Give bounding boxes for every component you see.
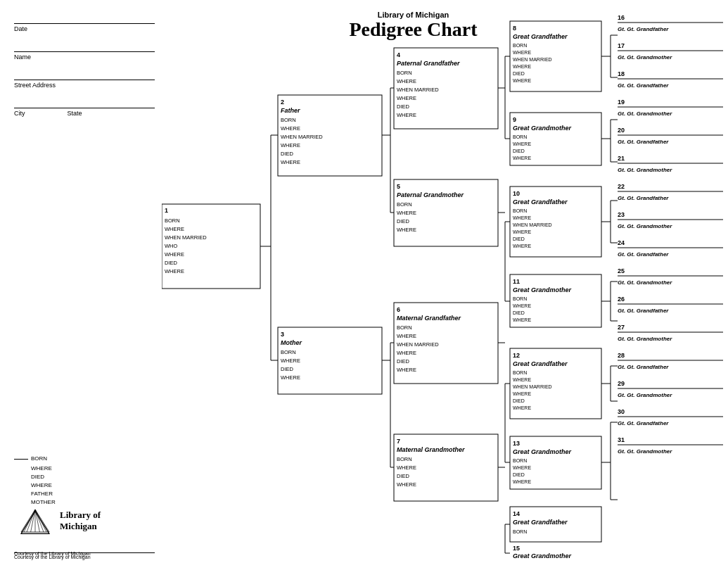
g5-26-num: 26 bbox=[618, 296, 625, 303]
p9-born: BORN bbox=[513, 134, 527, 139]
p13-born: BORN bbox=[513, 458, 527, 463]
g5-21-label: Gt. Gt. Grandmother bbox=[618, 167, 672, 173]
p1-who: WHO bbox=[165, 243, 177, 249]
address-field: Street Address bbox=[14, 70, 169, 89]
p9-where2: WHERE bbox=[513, 156, 531, 160]
g5-27-num: 27 bbox=[618, 324, 625, 331]
g5-23-label: Gt. Gt. Grandmother bbox=[618, 223, 672, 229]
person1-number: 1 bbox=[165, 207, 168, 214]
person6-number: 6 bbox=[397, 306, 400, 313]
p12-name: Great Grandfather bbox=[513, 360, 568, 367]
person6-name: Maternal Grandfather bbox=[397, 315, 461, 322]
p2-married: WHEN MARRIED bbox=[281, 134, 323, 140]
p6-died: DIED bbox=[397, 358, 410, 365]
p14-num: 14 bbox=[513, 510, 520, 517]
p4-born: BORN bbox=[397, 70, 412, 76]
p8-married: WHEN MARRIED bbox=[513, 57, 552, 62]
p4-married: WHEN MARRIED bbox=[397, 87, 439, 93]
person4-number: 4 bbox=[397, 51, 400, 58]
date-label: Date bbox=[14, 25, 169, 32]
person3-number: 3 bbox=[281, 331, 284, 338]
legend: BORN WHERE DIED WHERE FATHER MOTHER bbox=[14, 455, 155, 507]
p3-where2: WHERE bbox=[281, 374, 300, 381]
legend-born: BORN bbox=[31, 455, 47, 463]
p1-died: DIED bbox=[165, 260, 178, 266]
p6-where3: WHERE bbox=[397, 367, 416, 373]
address-line bbox=[14, 70, 155, 80]
p9-where: WHERE bbox=[513, 141, 531, 146]
logo-icon bbox=[14, 507, 56, 535]
person5-name: Paternal Grandmother bbox=[397, 191, 464, 198]
g5-19-label: Gt. Gt. Grandmother bbox=[618, 110, 672, 117]
p9-died: DIED bbox=[513, 148, 525, 153]
p5-where: WHERE bbox=[397, 210, 416, 216]
p6-born: BORN bbox=[397, 324, 412, 331]
p1-born: BORN bbox=[165, 217, 180, 224]
left-form: Date Name Street Address City State bbox=[14, 14, 169, 127]
logo: Library of Michigan bbox=[14, 507, 127, 535]
p6-married: WHEN MARRIED bbox=[397, 341, 439, 348]
p2-born: BORN bbox=[281, 117, 296, 123]
g5-25-label: Gt. Gt. Grandmother bbox=[618, 279, 672, 286]
address-label: Street Address bbox=[14, 82, 169, 89]
g5-20-label: Gt. Gt. Grandfather bbox=[618, 139, 669, 145]
p1-where3: WHERE bbox=[165, 268, 184, 274]
person4-name: Paternal Grandfather bbox=[397, 60, 460, 67]
g5-17-label: Gt. Gt. Grandmother bbox=[618, 54, 672, 61]
g5-31-label: Gt. Gt. Grandmother bbox=[618, 448, 672, 455]
p3-born: BORN bbox=[281, 349, 296, 355]
p5-died: DIED bbox=[397, 218, 410, 224]
p12-married: WHEN MARRIED bbox=[513, 384, 552, 389]
p14-born: BORN bbox=[513, 529, 527, 534]
g5-19-num: 19 bbox=[618, 99, 625, 106]
p4-where2: WHERE bbox=[397, 95, 416, 101]
p12-where3: WHERE bbox=[513, 405, 531, 410]
state-label: State bbox=[68, 110, 82, 117]
p8-num: 8 bbox=[513, 25, 516, 32]
p12-died: DIED bbox=[513, 398, 525, 403]
g5-30-label: Gt. Gt. Grandfather bbox=[618, 420, 669, 426]
g5-21-num: 21 bbox=[618, 155, 625, 162]
p1-married: WHEN MARRIED bbox=[165, 234, 207, 241]
p8-where3: WHERE bbox=[513, 78, 531, 83]
p2-died: DIED bbox=[281, 151, 294, 157]
p11-where: WHERE bbox=[513, 303, 531, 308]
p15-name: Great Grandmother bbox=[513, 552, 572, 559]
date-field: Date bbox=[14, 14, 169, 32]
person3-name: Mother bbox=[281, 339, 302, 346]
p5-born: BORN bbox=[397, 201, 412, 208]
legend-items: WHERE DIED WHERE FATHER MOTHER bbox=[31, 464, 155, 507]
p10-where2: WHERE bbox=[513, 229, 531, 234]
g5-22-label: Gt. Gt. Grandfather bbox=[618, 195, 669, 201]
g5-20-num: 20 bbox=[618, 127, 625, 134]
p2-where: WHERE bbox=[281, 125, 300, 132]
p3-died: DIED bbox=[281, 366, 294, 372]
p13-name: Great Grandmother bbox=[513, 448, 572, 455]
city-state-line bbox=[14, 99, 155, 108]
logo-text: Library of Michigan bbox=[60, 510, 101, 532]
logo-line2: Michigan bbox=[60, 521, 101, 532]
p8-died: DIED bbox=[513, 71, 525, 76]
p14-name: Great Grandfather bbox=[513, 519, 568, 526]
date-line bbox=[14, 14, 155, 24]
p7-where2: WHERE bbox=[397, 481, 416, 488]
g5-22-num: 22 bbox=[618, 183, 625, 190]
p8-where: WHERE bbox=[513, 50, 531, 55]
g5-31-num: 31 bbox=[618, 436, 625, 443]
p4-where: WHERE bbox=[397, 78, 416, 84]
g5-28-label: Gt. Gt. Grandfather bbox=[618, 364, 669, 370]
g5-18-label: Gt. Gt. Grandfather bbox=[618, 82, 669, 89]
p11-died: DIED bbox=[513, 310, 525, 315]
p12-born: BORN bbox=[513, 370, 527, 375]
p13-num: 13 bbox=[513, 440, 520, 447]
p12-num: 12 bbox=[513, 352, 520, 359]
p7-died: DIED bbox=[397, 473, 410, 479]
p12-where2: WHERE bbox=[513, 391, 531, 396]
logo-line1: Library of bbox=[60, 510, 101, 521]
city-label: City bbox=[14, 110, 25, 117]
p8-where2: WHERE bbox=[513, 64, 531, 69]
g5-25-num: 25 bbox=[618, 267, 625, 274]
city-state-field: City State bbox=[14, 99, 169, 117]
name-line bbox=[14, 42, 155, 52]
g5-18-num: 18 bbox=[618, 70, 625, 77]
